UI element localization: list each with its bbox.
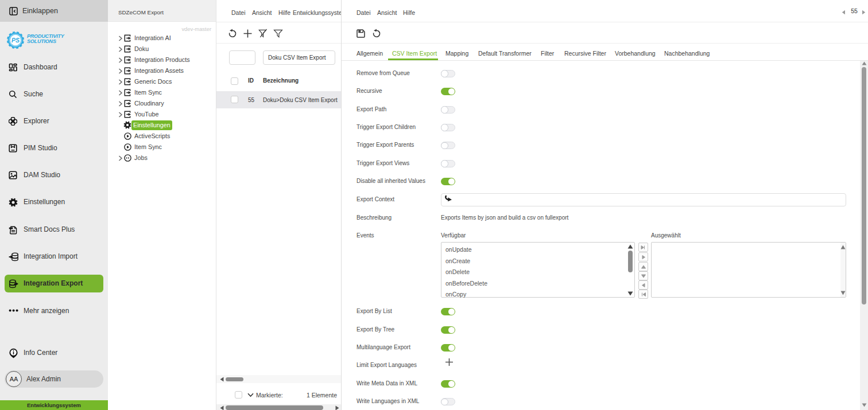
svg-text:PS: PS [11, 37, 20, 44]
